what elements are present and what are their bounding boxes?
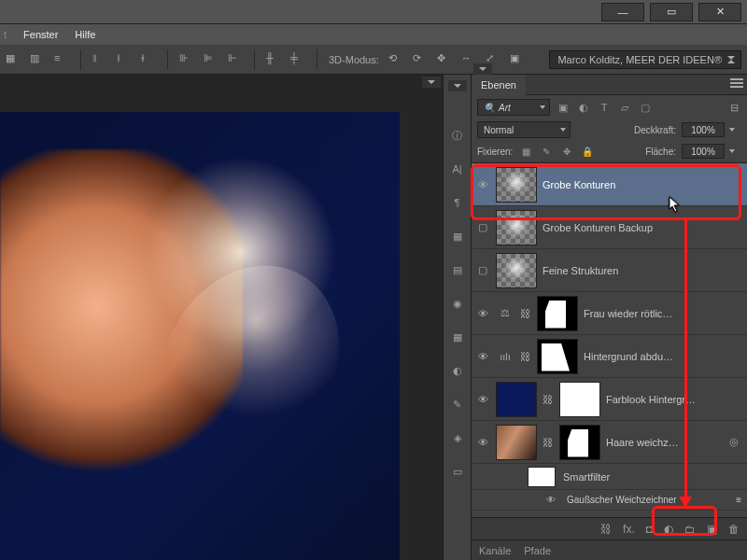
pan-icon[interactable]: ✥ <box>437 52 452 67</box>
layer-mask-thumbnail[interactable] <box>559 425 600 460</box>
adjustment-icon[interactable]: ◐ <box>664 523 673 536</box>
layer-row[interactable]: ▢ Feine Strukturen <box>472 249 747 292</box>
delete-icon[interactable]: 🗑 <box>728 523 740 536</box>
styles-icon[interactable]: ▤ <box>447 259 468 280</box>
blend-mode-dropdown[interactable]: Normal <box>477 121 571 138</box>
collapse-icon[interactable] <box>422 77 441 88</box>
layer-mask-thumbnail[interactable] <box>537 339 578 374</box>
layer-thumbnail[interactable] <box>496 253 537 288</box>
layer-row[interactable]: 👁 ıılı ⛓ Hintergrund abdu… <box>472 335 747 378</box>
mask-icon[interactable]: ◘ <box>646 523 653 536</box>
align-icon[interactable]: ≡ <box>54 52 69 67</box>
maximize-button[interactable]: ▭ <box>650 3 693 21</box>
lock-all-icon[interactable]: 🔒 <box>580 145 595 158</box>
layers-panel-tab: Ebenen <box>472 75 747 95</box>
tab-pfade[interactable]: Pfade <box>524 545 551 556</box>
layer-mask-thumbnail[interactable] <box>559 382 600 417</box>
paragraph-icon[interactable]: ¶ <box>447 192 468 213</box>
link-icon: ⛓ <box>543 437 554 448</box>
type-icon[interactable]: A| <box>447 159 468 179</box>
collapse-icon[interactable] <box>473 63 492 75</box>
visibility-icon[interactable]: 👁 <box>475 306 490 321</box>
filter-adjust-icon[interactable]: ◐ <box>576 101 591 114</box>
distribute-icon[interactable]: ⫳ <box>141 52 156 67</box>
close-button[interactable]: ✕ <box>698 3 741 21</box>
navigator-icon[interactable]: ◈ <box>447 427 468 448</box>
workspace-dropdown[interactable]: Marco Kolditz, MEER DER IDEEN® <box>549 50 741 69</box>
smartfilter-thumbnail[interactable] <box>528 467 556 487</box>
library-icon[interactable]: ▭ <box>447 461 468 482</box>
layer-name[interactable]: Feine Strukturen <box>543 265 743 276</box>
layer-thumbnail[interactable] <box>496 425 537 460</box>
filter-pixels-icon[interactable]: ▣ <box>556 101 571 114</box>
tab-kanale[interactable]: Kanäle <box>479 545 511 556</box>
distribute-icon[interactable]: ⫲ <box>117 52 132 67</box>
new-layer-icon[interactable]: ▣ <box>707 523 717 536</box>
spacing-icon[interactable]: ╪ <box>290 52 305 67</box>
align-icon[interactable]: ▦ <box>6 52 21 67</box>
distribute-icon[interactable]: ⫴ <box>92 52 107 67</box>
collapse-icon[interactable] <box>448 80 467 91</box>
minimize-button[interactable]: — <box>601 3 644 21</box>
opacity-value[interactable]: 100% <box>682 122 725 137</box>
visibility-icon[interactable]: ▢ <box>475 220 490 235</box>
lock-pixels-icon[interactable]: ✎ <box>539 145 554 158</box>
smart-filter-row[interactable]: Smartfilter <box>472 464 747 490</box>
panel-menu-icon[interactable] <box>730 78 743 90</box>
visibility-icon[interactable]: 👁 <box>546 495 559 505</box>
visibility-icon[interactable]: 👁 <box>475 349 490 364</box>
menu-fenster[interactable]: Fenster <box>23 29 58 40</box>
link-icon: ⛓ <box>520 308 531 319</box>
smart-filter-item[interactable]: 👁 Gaußscher Weichzeichner ≡ <box>472 490 747 511</box>
adjustments-icon[interactable]: ◐ <box>447 360 468 381</box>
document-canvas[interactable] <box>0 112 400 560</box>
layer-name[interactable]: Hintergrund abdu… <box>584 351 743 362</box>
layer-name[interactable]: Farblook Hintergr… <box>606 394 743 405</box>
lock-position-icon[interactable]: ✥ <box>559 145 574 158</box>
orbit-icon[interactable]: ⟲ <box>388 52 403 67</box>
lock-transparency-icon[interactable]: ▦ <box>518 145 533 158</box>
link-layers-icon[interactable]: ⛓ <box>600 523 612 536</box>
layer-row[interactable]: ▢ Grobe Konturen Backup <box>472 206 747 249</box>
layer-thumbnail[interactable] <box>496 382 537 417</box>
filter-settings-icon[interactable]: ≡ <box>736 495 741 505</box>
visibility-icon[interactable]: 👁 <box>475 435 490 450</box>
grid-icon[interactable]: ▦ <box>447 327 468 347</box>
info-icon[interactable]: ⓘ <box>447 125 468 146</box>
roll-icon[interactable]: ⟳ <box>413 52 428 67</box>
distribute-icon[interactable]: ⊫ <box>204 52 218 67</box>
layer-row[interactable]: 👁 ⛓ Haare weichz… ◎ <box>472 421 747 464</box>
layer-filter-type[interactable]: 🔍Art <box>477 99 550 116</box>
filter-name[interactable]: Gaußscher Weichzeichner <box>567 495 677 505</box>
distribute-icon[interactable]: ⊩ <box>228 52 243 67</box>
fill-value[interactable]: 100% <box>682 144 725 159</box>
layer-name[interactable]: Grobe Konturen Backup <box>543 222 743 233</box>
visibility-icon[interactable]: 👁 <box>475 392 490 407</box>
layer-mask-thumbnail[interactable] <box>537 296 578 331</box>
align-icon[interactable]: ▥ <box>30 52 45 67</box>
fx-icon[interactable]: fx. <box>623 523 635 536</box>
layer-thumbnail[interactable] <box>496 167 537 203</box>
layer-name[interactable]: Haare weichz… <box>606 437 719 448</box>
layer-row[interactable]: 👁 ⛓ Farblook Hintergr… <box>472 378 747 421</box>
group-icon[interactable]: 🗀 <box>684 523 696 536</box>
camera-icon[interactable]: ▣ <box>510 52 525 67</box>
layer-name[interactable]: Frau wieder rötlic… <box>584 308 743 319</box>
color-icon[interactable]: ◉ <box>447 293 468 314</box>
layer-row[interactable]: 👁 Grobe Konturen <box>472 163 747 206</box>
layer-row[interactable]: 👁 ⚖ ⛓ Frau wieder rötlic… <box>472 292 747 335</box>
tab-ebenen[interactable]: Ebenen <box>472 75 526 95</box>
filter-toggle[interactable]: ⊟ <box>726 101 741 114</box>
filter-smart-icon[interactable]: ▢ <box>638 101 653 114</box>
layer-thumbnail[interactable] <box>496 210 537 245</box>
layer-name[interactable]: Grobe Konturen <box>543 179 743 190</box>
swatches-icon[interactable]: ▦ <box>447 226 468 246</box>
distribute-icon[interactable]: ⊪ <box>179 52 194 67</box>
menu-hilfe[interactable]: Hilfe <box>75 29 95 40</box>
spacing-icon[interactable]: ╫ <box>266 52 281 67</box>
filter-type-icon[interactable]: T <box>597 101 612 114</box>
visibility-icon[interactable]: 👁 <box>475 177 490 192</box>
filter-shape-icon[interactable]: ▱ <box>617 101 632 114</box>
visibility-icon[interactable]: ▢ <box>475 263 490 278</box>
brush-icon[interactable]: ✎ <box>447 394 468 414</box>
